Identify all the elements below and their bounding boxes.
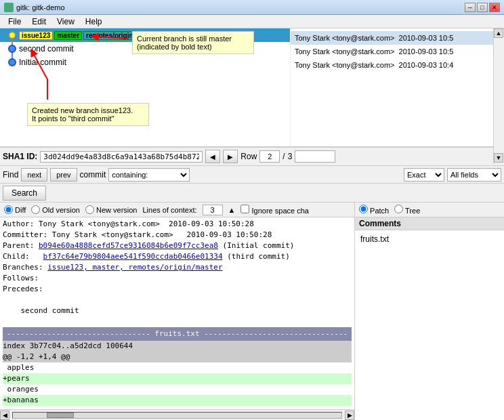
- tree-label: Tree: [405, 207, 420, 215]
- new-label: New version: [96, 206, 138, 214]
- file-panel: Patch Tree Comments fruits.txt ▲ ▼: [355, 203, 504, 420]
- diff-hunk-line: @@ -1,2 +1,4 @@: [3, 352, 352, 362]
- patch-label: Patch: [370, 207, 389, 215]
- svg-point-2: [9, 32, 16, 39]
- search-row: Search: [0, 184, 504, 203]
- find-next-button[interactable]: next: [21, 168, 47, 182]
- tag-master: master: [54, 31, 82, 40]
- row-search-input[interactable]: [295, 150, 335, 163]
- spin-up[interactable]: ▲: [228, 206, 236, 214]
- hscrollbar[interactable]: ◀ ▶: [0, 409, 354, 420]
- commit-graph-svg: [4, 28, 58, 72]
- date-2: 2010-09-03 10:4: [399, 61, 454, 69]
- commit-label: commit: [80, 170, 106, 180]
- file-tree: fruits.txt: [355, 230, 504, 420]
- diff-line-7: [3, 295, 352, 306]
- menu-edit[interactable]: Edit: [26, 16, 51, 28]
- file-fruits[interactable]: fruits.txt: [358, 233, 501, 245]
- sha-bar: SHA1 ID: ◀ ▶ Row / 3: [0, 147, 504, 166]
- bottom-area: Diff Old version New version Lines of co…: [0, 203, 504, 420]
- fields-select[interactable]: All fields Headline Comments Author: [447, 168, 501, 182]
- menu-view[interactable]: View: [51, 16, 80, 28]
- minimize-button[interactable]: ─: [465, 3, 476, 12]
- old-radio[interactable]: Old version: [31, 205, 80, 214]
- nav-back-button[interactable]: ◀: [205, 150, 220, 163]
- date-0: 2010-09-03 10:5: [399, 34, 454, 42]
- sha-input[interactable]: [40, 151, 203, 163]
- author-row-0[interactable]: Tony Stark <tony@stark.com> 2010-09-03 1…: [291, 31, 493, 45]
- patch-radio-label[interactable]: Patch: [359, 205, 389, 215]
- date-1: 2010-09-03 10:5: [399, 47, 454, 56]
- titlebar-buttons: ─ □ ✕: [465, 3, 500, 12]
- diff-line-6: Precedes:: [3, 284, 352, 295]
- diff-line-4: Branches: issue123, master, remotes/orig…: [3, 262, 352, 273]
- hscroll-track[interactable]: [12, 412, 342, 419]
- context-input[interactable]: [203, 205, 223, 215]
- child-hash-link[interactable]: bf37c64e79b9804aee541f590ccdab0466e01334: [43, 252, 223, 261]
- tree-radio-label[interactable]: Tree: [394, 205, 420, 215]
- parent-hash-link[interactable]: b094e60a4888cefd57ce9316084b6e09f7cc3ea8: [39, 241, 218, 250]
- search-button[interactable]: Search: [3, 186, 46, 201]
- menu-help[interactable]: Help: [80, 16, 108, 28]
- author-row-1[interactable]: Tony Stark <tony@stark.com> 2010-09-03 1…: [291, 45, 493, 58]
- nav-forward-button[interactable]: ▶: [223, 150, 238, 163]
- patch-tree-bar: Patch Tree: [355, 203, 504, 217]
- annotation-new-branch: Created new branch issue123. It points t…: [27, 103, 149, 126]
- find-label: Find: [3, 170, 18, 180]
- branches-link[interactable]: issue123, master, remotes/origin/master: [47, 263, 222, 272]
- diff-content: Author: Tony Stark <tony@stark.com> 2010…: [0, 217, 354, 409]
- find-type-select[interactable]: containing: touching paths: adding/remov…: [108, 168, 190, 182]
- diff-bananas: +bananas: [3, 395, 352, 406]
- diff-options: Diff Old version New version Lines of co…: [0, 203, 354, 217]
- diff-line-8: second commit: [3, 306, 352, 316]
- ignore-label: Ignore space cha: [252, 207, 309, 215]
- diff-radio[interactable]: Diff: [4, 205, 26, 214]
- diff-line-0: Author: Tony Stark <tony@stark.com> 2010…: [3, 219, 352, 230]
- find-prev-button[interactable]: prev: [50, 168, 77, 182]
- old-label: Old version: [42, 206, 80, 214]
- close-button[interactable]: ✕: [489, 3, 500, 12]
- hscroll-right-btn[interactable]: ▶: [345, 411, 354, 420]
- row-total: 3: [288, 152, 293, 161]
- row-label: Row: [240, 152, 257, 161]
- diff-apples: apples: [3, 362, 352, 373]
- menu-file[interactable]: File: [3, 16, 26, 28]
- diff-line-9: [3, 316, 352, 327]
- diff-line-3: Child: bf37c64e79b9804aee541f590ccdab046…: [3, 251, 352, 262]
- diff-label: Diff: [15, 206, 26, 214]
- titlebar: gitk: gitk-demo ─ □ ✕: [0, 0, 504, 15]
- ignore-checkbox-label[interactable]: Ignore space cha: [240, 205, 308, 215]
- new-radio[interactable]: New version: [85, 205, 138, 214]
- author-row-2[interactable]: Tony Stark <tony@stark.com> 2010-09-03 1…: [291, 58, 493, 72]
- author-1: Tony Stark <tony@stark.com>: [295, 47, 395, 56]
- diff-separator: -------------------------------- fruits.…: [3, 327, 352, 341]
- diff-line-5: Follows:: [3, 273, 352, 284]
- diff-panel: Diff Old version New version Lines of co…: [0, 203, 355, 420]
- svg-point-4: [9, 59, 16, 66]
- annotation-current-branch: Current branch is still master (indicate…: [132, 31, 254, 54]
- diff-line-1: Committer: Tony Stark <tony@stark.com> 2…: [3, 230, 352, 240]
- main-area: issue123 master remotes/origin/master th…: [0, 28, 504, 420]
- titlebar-left: gitk: gitk-demo: [4, 3, 65, 12]
- author-0: Tony Stark <tony@stark.com>: [295, 34, 395, 42]
- maximize-button[interactable]: □: [477, 3, 488, 12]
- exact-select[interactable]: Exact Regexp: [404, 168, 444, 182]
- diff-radio-input[interactable]: [4, 205, 13, 214]
- patch-radio[interactable]: [359, 205, 368, 213]
- tree-radio[interactable]: [394, 205, 403, 213]
- row-current[interactable]: [259, 150, 280, 163]
- diff-index-line: index 3b77c04..a5d2dcd 100644: [3, 341, 352, 352]
- svg-point-3: [9, 45, 16, 52]
- find-bar: Find next prev commit containing: touchi…: [0, 166, 504, 184]
- ignore-checkbox[interactable]: [240, 205, 249, 213]
- hscroll-thumb[interactable]: [47, 413, 74, 418]
- titlebar-title: gitk: gitk-demo: [16, 3, 65, 12]
- row-separator: /: [282, 152, 285, 161]
- diff-oranges: oranges: [3, 384, 352, 395]
- hscroll-left-btn[interactable]: ◀: [0, 411, 9, 420]
- graph-area: issue123 master remotes/origin/master th…: [0, 28, 504, 147]
- old-radio-input[interactable]: [31, 205, 40, 214]
- new-radio-input[interactable]: [85, 205, 94, 214]
- graph-left: issue123 master remotes/origin/master th…: [0, 28, 290, 146]
- app-icon: [4, 3, 14, 12]
